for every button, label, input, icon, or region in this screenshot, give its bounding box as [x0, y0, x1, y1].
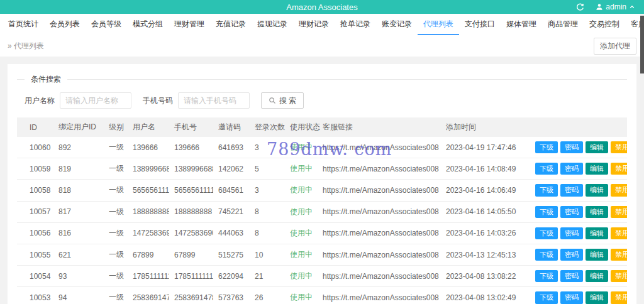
cell-link: https://t.me/AmazonAssociates008 [318, 201, 441, 222]
table-body: 10060892一级1396661396666416933使用中https://… [17, 137, 627, 304]
page-head: » 代理列表 添加代理 [0, 35, 644, 57]
subordinates-button[interactable]: 下级 [535, 141, 558, 153]
nav-tab[interactable]: 提现记录 [252, 14, 293, 35]
nav-tab[interactable]: 代理列表 [418, 14, 459, 35]
edit-button[interactable]: 编辑 [586, 184, 608, 196]
nav-tab[interactable]: 会员等级 [86, 14, 127, 35]
disable-button[interactable]: 禁用 [611, 270, 627, 282]
column-header: 手机号 [169, 117, 213, 137]
cell-logins: 21 [250, 266, 285, 287]
password-button[interactable]: 密码 [560, 291, 583, 303]
refresh-icon[interactable] [576, 3, 584, 11]
cell-time: 2023-04-08 13:02:49 [441, 287, 528, 304]
cell-time: 2023-04-16 14:06:49 [441, 180, 528, 201]
subordinates-button[interactable]: 下级 [535, 163, 558, 175]
person-icon [596, 3, 603, 11]
status-badge: 使用中 [290, 293, 313, 301]
cell-invite: 745221 [213, 201, 250, 222]
table-row: 1005394一级2583691478552583691478557376326… [17, 287, 627, 304]
cell-time: 2023-04-13 12:45:13 [441, 244, 528, 265]
actions-cell: 下级密码编辑禁用 [528, 244, 627, 265]
nav-tab[interactable]: 理财管理 [169, 14, 210, 35]
user-menu[interactable]: admin [596, 3, 635, 11]
username-input[interactable] [60, 92, 131, 109]
cell-level: 一级 [104, 222, 128, 244]
nav-tab[interactable]: 理财记录 [293, 14, 335, 35]
column-header: ID [17, 117, 53, 137]
add-agent-button[interactable]: 添加代理 [594, 38, 636, 55]
table-row: 1005493一级178511111111785111111162209421使… [17, 266, 627, 287]
cell-link: https://t.me/AmazonAssociates008 [318, 244, 441, 265]
edit-button[interactable]: 编辑 [586, 163, 608, 175]
column-header: 登录次数 [250, 117, 285, 137]
subordinates-button[interactable]: 下级 [535, 249, 558, 261]
nav-tab[interactable]: 支付接口 [459, 14, 501, 35]
phone-input[interactable] [178, 92, 250, 109]
cell-link: https://t.me/AmazonAssociates008 [318, 266, 441, 287]
subordinates-button[interactable]: 下级 [535, 291, 558, 303]
cell-time: 2023-04-08 13:08:22 [441, 266, 528, 287]
edit-button[interactable]: 编辑 [586, 270, 608, 282]
subordinates-button[interactable]: 下级 [535, 206, 558, 218]
password-button[interactable]: 密码 [560, 270, 583, 282]
nav-tab[interactable]: 模式分组 [127, 14, 169, 35]
cell-invite: 515275 [213, 244, 250, 265]
nav-tab[interactable]: 抢单记录 [335, 14, 376, 35]
disable-button[interactable]: 禁用 [611, 249, 627, 261]
cell-username: 14725836902 [128, 222, 169, 244]
disable-button[interactable]: 禁用 [611, 141, 627, 153]
cell-logins: 3 [250, 137, 285, 158]
nav-tab[interactable]: 商品管理 [542, 14, 584, 35]
password-button[interactable]: 密码 [560, 141, 583, 153]
edit-button[interactable]: 编辑 [586, 249, 608, 261]
cell-level: 一级 [104, 201, 128, 222]
subordinates-button[interactable]: 下级 [535, 227, 558, 239]
cell-bind_uid: 621 [53, 244, 104, 265]
cell-link: https://t.me/AmazonAssociates008 [318, 137, 441, 158]
cell-username: 188888888 [128, 201, 169, 222]
cell-id: 10058 [17, 180, 53, 201]
cell-bind_uid: 818 [53, 180, 104, 201]
search-button[interactable]: 搜 索 [261, 92, 304, 109]
nav-tab[interactable]: 首页统计 [3, 14, 44, 35]
scrollbar-thumb[interactable] [640, 16, 644, 73]
password-button[interactable]: 密码 [560, 206, 583, 218]
password-button[interactable]: 密码 [560, 227, 583, 239]
cell-time: 2023-04-16 14:03:26 [441, 222, 528, 244]
agents-table: ID绑定用户ID级别用户名手机号邀请码登录次数使用状态客服链接添加时间 1006… [17, 117, 627, 304]
actions-cell: 下级密码编辑禁用 [528, 158, 627, 180]
nav-tab[interactable]: 交易控制 [584, 14, 625, 35]
password-button[interactable]: 密码 [560, 163, 583, 175]
nav-tab[interactable]: 账变记录 [376, 14, 418, 35]
subordinates-button[interactable]: 下级 [535, 184, 558, 196]
edit-button[interactable]: 编辑 [586, 227, 608, 239]
nav-tab[interactable]: 媒体管理 [501, 14, 542, 35]
edit-button[interactable]: 编辑 [586, 141, 608, 153]
disable-button[interactable]: 禁用 [611, 163, 627, 175]
cell-logins: 5 [250, 158, 285, 180]
cell-username: 258369147855 [128, 287, 169, 304]
subordinates-button[interactable]: 下级 [535, 270, 558, 282]
status-badge: 使用中 [290, 271, 313, 280]
nav-tab[interactable]: 充值记录 [210, 14, 252, 35]
column-header: 用户名 [128, 117, 169, 137]
disable-button[interactable]: 禁用 [611, 227, 627, 239]
cell-username: 17851111111 [128, 266, 169, 287]
cell-invite: 573763 [213, 287, 250, 304]
cell-id: 10055 [17, 244, 53, 265]
cell-bind_uid: 93 [53, 266, 104, 287]
edit-button[interactable]: 编辑 [586, 206, 608, 218]
password-button[interactable]: 密码 [560, 249, 583, 261]
disable-button[interactable]: 禁用 [611, 291, 627, 303]
cell-phone: 188888888 [169, 201, 213, 222]
disable-button[interactable]: 禁用 [611, 184, 627, 196]
cell-level: 一级 [104, 137, 128, 158]
edit-button[interactable]: 编辑 [586, 291, 608, 303]
disable-button[interactable]: 禁用 [611, 206, 627, 218]
password-button[interactable]: 密码 [560, 184, 583, 196]
app-title: Amazon Associates [0, 3, 644, 12]
nav-tab[interactable]: 会员列表 [44, 14, 86, 35]
actions-cell: 下级密码编辑禁用 [528, 137, 627, 158]
cell-time: 2023-04-16 14:05:50 [441, 201, 528, 222]
cell-time: 2023-04-16 14:08:49 [441, 158, 528, 180]
